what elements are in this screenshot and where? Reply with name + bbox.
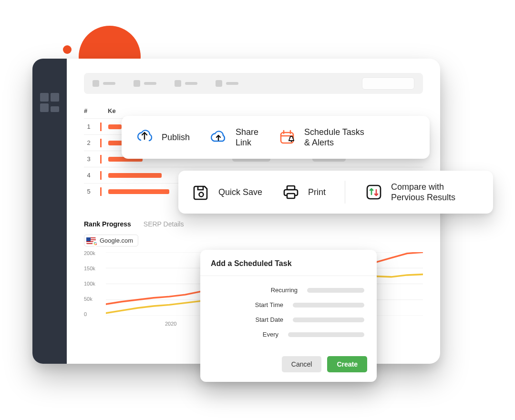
compare-label-1: Compare with bbox=[391, 182, 455, 193]
every-input[interactable] bbox=[288, 332, 364, 337]
divider bbox=[345, 181, 345, 204]
row-marker bbox=[100, 171, 102, 180]
share-label-2: Link bbox=[236, 137, 258, 148]
apps-grid-icon[interactable] bbox=[40, 93, 59, 112]
search-engine-label: Google.com bbox=[100, 237, 133, 244]
row-bar bbox=[108, 124, 122, 129]
create-button[interactable]: Create bbox=[327, 356, 367, 372]
row-bar bbox=[108, 173, 162, 178]
calendar-bell-icon bbox=[278, 128, 297, 147]
cancel-button[interactable]: Cancel bbox=[282, 356, 322, 372]
field-recurring-label: Recurring bbox=[255, 287, 298, 294]
chart-tabs: Rank Progress SERP Details bbox=[84, 220, 423, 228]
y-tick: 200k bbox=[84, 250, 95, 256]
save-icon bbox=[192, 183, 211, 202]
field-start-date-label: Start Date bbox=[240, 316, 283, 323]
y-tick: 150k bbox=[84, 266, 95, 271]
modal-title: Add a Scheduled Task bbox=[200, 250, 377, 276]
decorative-circle-small bbox=[63, 45, 72, 54]
x-tick-2020: 2020 bbox=[165, 321, 176, 327]
compare-icon bbox=[364, 183, 383, 202]
field-every-label: Every bbox=[236, 331, 278, 338]
schedule-label-2: & Alerts bbox=[304, 137, 364, 148]
row-marker bbox=[100, 123, 102, 131]
schedule-label-1: Schedule Tasks bbox=[304, 127, 364, 138]
row-num: 3 bbox=[84, 155, 93, 163]
svg-rect-11 bbox=[367, 185, 381, 199]
row-num: 4 bbox=[84, 172, 93, 179]
col-keyword: Ke bbox=[108, 107, 165, 114]
row-marker bbox=[100, 187, 102, 196]
publish-action[interactable]: Publish bbox=[135, 128, 190, 147]
row-num: 1 bbox=[84, 123, 93, 130]
quick-save-action[interactable]: Quick Save bbox=[192, 183, 262, 202]
tab-rank-progress[interactable]: Rank Progress bbox=[84, 220, 131, 228]
recurring-input[interactable] bbox=[307, 288, 364, 293]
secondary-actions-card: Quick Save Print Compare with Pervious R… bbox=[178, 171, 493, 214]
y-tick: 100k bbox=[84, 281, 95, 287]
quick-save-label: Quick Save bbox=[218, 187, 262, 197]
toolbar-skeleton bbox=[84, 73, 423, 94]
y-tick: 50k bbox=[84, 296, 95, 302]
field-start-time-label: Start Time bbox=[240, 301, 283, 308]
y-tick: 0 bbox=[84, 311, 95, 317]
row-marker bbox=[100, 139, 102, 147]
schedule-tasks-action[interactable]: Schedule Tasks & Alerts bbox=[278, 127, 364, 148]
sidebar bbox=[32, 59, 67, 364]
print-icon bbox=[281, 183, 300, 202]
row-num: 2 bbox=[84, 139, 93, 146]
upload-cloud-icon bbox=[135, 128, 154, 147]
svg-point-6 bbox=[291, 141, 292, 142]
start-date-input[interactable] bbox=[293, 318, 364, 322]
svg-rect-9 bbox=[287, 186, 295, 190]
share-label-1: Share bbox=[236, 127, 258, 138]
primary-actions-card: Publish Share Link Schedule Tasks & Al bbox=[122, 116, 430, 159]
row-num: 5 bbox=[84, 188, 93, 195]
share-link-action[interactable]: Share Link bbox=[209, 127, 258, 148]
svg-rect-10 bbox=[287, 194, 295, 198]
col-num: # bbox=[84, 107, 93, 114]
compare-action[interactable]: Compare with Pervious Results bbox=[364, 182, 455, 203]
tab-serp-details[interactable]: SERP Details bbox=[144, 220, 184, 228]
publish-label: Publish bbox=[162, 133, 190, 143]
share-cloud-icon bbox=[209, 128, 228, 147]
scheduled-task-modal: Add a Scheduled Task Recurring Start Tim… bbox=[200, 250, 377, 382]
compare-label-2: Pervious Results bbox=[391, 192, 455, 203]
svg-point-7 bbox=[199, 193, 204, 197]
google-icon: G bbox=[93, 241, 98, 246]
search-engine-chip[interactable]: G Google.com bbox=[84, 235, 138, 246]
row-bar bbox=[108, 189, 169, 194]
print-action[interactable]: Print bbox=[281, 183, 326, 202]
start-time-input[interactable] bbox=[293, 303, 364, 307]
print-label: Print bbox=[308, 187, 326, 197]
row-marker bbox=[100, 155, 102, 164]
